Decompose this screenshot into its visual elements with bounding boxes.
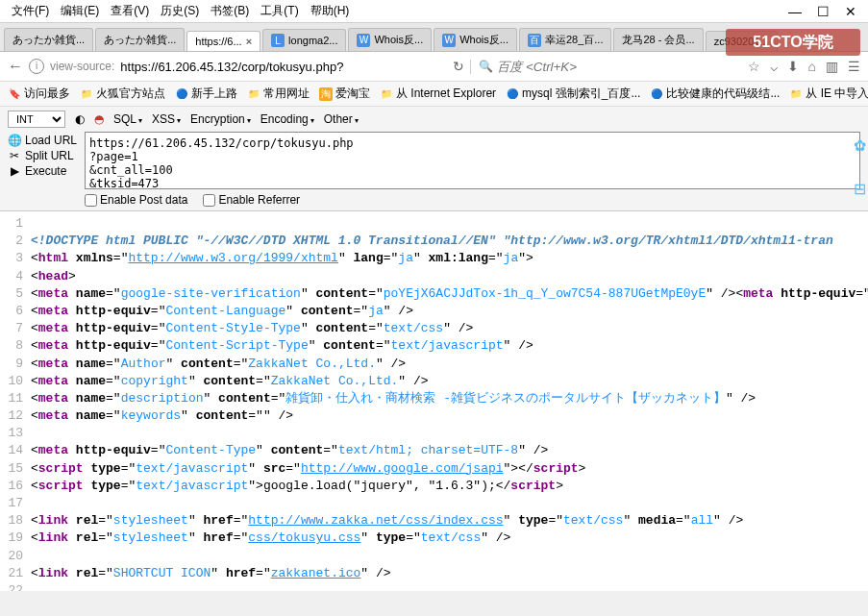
devtools-side-icons: ✿ ⊟ [854,136,866,198]
line-number: 4 [0,268,31,285]
bookmark-item[interactable]: 🔖访问最多 [8,86,70,102]
hackbar-split-url[interactable]: ✂Split URL [8,149,77,162]
source-line[interactable] [31,425,868,442]
bookmark-label: 爱淘宝 [335,86,370,102]
source-line[interactable] [31,582,868,591]
bookmark-icon: 🔵 [175,87,188,101]
tab-label: 龙马28 - 会员... [622,33,694,47]
browser-tab[interactable]: あったか雑貨... [95,28,185,51]
enable-post-checkbox[interactable]: Enable Post data [85,193,187,207]
bookmark-item[interactable]: 📁从 IE 中导入 [789,86,868,102]
source-line[interactable]: <meta http-equiv="Content-Language" cont… [31,303,868,320]
source-line[interactable]: <meta http-equiv="Content-Script-Type" c… [31,337,868,355]
source-line[interactable]: <meta name="Author" content="ZakkaNet Co… [31,356,868,373]
enable-referrer-checkbox[interactable]: Enable Referrer [203,193,300,207]
bookmark-icon: 🔖 [8,87,21,101]
tab-label: https://6... [195,36,241,47]
hackbar-load-url[interactable]: 🌐Load URL [8,134,77,147]
menu-item[interactable]: 文件(F) [12,3,49,19]
menu-item[interactable]: 书签(B) [211,3,249,19]
tab-close-icon[interactable]: × [246,36,252,47]
hackbar-menu-encoding[interactable]: Encoding [260,112,314,126]
source-line[interactable] [31,548,868,565]
devtools-gear-icon[interactable]: ✿ [854,136,866,155]
source-line[interactable]: <meta name="keywords" content="" /> [31,407,868,425]
hackbar-menu-other[interactable]: Other [324,112,359,126]
window-max-button[interactable]: ☐ [817,4,830,19]
source-line[interactable]: <html xmlns="http://www.w3.org/1999/xhtm… [31,250,868,267]
hamburger-menu-icon[interactable]: ☰ [848,59,860,74]
source-view[interactable]: 12<!DOCTYPE html PUBLIC "-//W3C//DTD XHT… [0,211,868,591]
browser-tab[interactable]: Llongma2... [262,29,346,51]
bookmark-item[interactable]: 🔵比较健康的代码级结... [650,86,780,102]
tab-label: あったか雑貨... [12,33,85,47]
url-input[interactable] [120,60,447,74]
hackbar-db-icon[interactable]: ◓ [94,112,104,126]
source-line[interactable]: <!DOCTYPE html PUBLIC "-//W3C//DTD XHTML… [31,233,868,250]
bookmark-label: mysql 强制索引_百度... [522,86,640,102]
hackbar-toggle-icon[interactable]: ◐ [75,112,85,126]
line-number: 20 [0,548,31,565]
bookmark-item[interactable]: 🔵新手上路 [175,86,237,102]
line-number: 18 [0,512,31,530]
bookmark-item[interactable]: 淘爱淘宝 [319,86,370,102]
line-number: 17 [0,495,31,512]
hackbar-url-textarea[interactable] [85,132,860,189]
tab-label: longma2... [288,35,337,46]
browser-tab[interactable]: 龙马28 - 会员... [613,28,703,51]
browser-tab[interactable]: 百幸运28_百... [519,28,612,51]
browser-tab[interactable]: WWhois反... [434,28,517,51]
sidebar-icon[interactable]: ▥ [826,59,838,74]
tab-label: あったか雑貨... [104,33,176,47]
browser-tab[interactable]: https://6...× [186,31,260,51]
source-line[interactable]: <script type="text/javascript" src="http… [31,460,868,478]
source-line[interactable] [31,495,868,512]
line-number: 9 [0,356,31,373]
devtools-toggle-icon[interactable]: ⊟ [854,180,866,198]
bookmark-label: 火狐官方站点 [96,86,165,102]
menu-item[interactable]: 工具(T) [260,3,298,19]
window-close-button[interactable]: ✕ [845,4,856,19]
search-input[interactable] [497,60,741,74]
bookmark-star-icon[interactable]: ☆ [748,59,760,74]
source-line[interactable] [31,215,868,233]
bookmark-item[interactable]: 📁常用网址 [247,86,310,102]
back-button[interactable]: ← [8,58,23,75]
source-line[interactable]: <meta name="google-site-verification" co… [31,285,868,303]
browser-tab[interactable]: あったか雑貨... [4,28,93,51]
site-info-icon[interactable]: i [29,59,44,74]
window-controls: — ☐ ✕ [788,4,864,19]
hackbar-mode-select[interactable]: INT [8,111,65,128]
source-line[interactable]: <meta name="description" content="雑貨卸・仕入… [31,390,868,407]
line-number: 5 [0,285,31,303]
menu-item[interactable]: 历史(S) [161,3,199,19]
line-number: 22 [0,582,31,591]
home-icon[interactable]: ⌂ [808,59,816,74]
source-line[interactable]: <link rel="SHORTCUT ICON" href="zakkanet… [31,565,868,582]
menu-item[interactable]: 编辑(E) [61,3,99,19]
tab-label: zc930201... [714,36,769,47]
source-line[interactable]: <meta http-equiv="Content-Style-Type" co… [31,320,868,337]
menu-item[interactable]: 查看(V) [111,3,149,19]
hackbar-menu-xss[interactable]: XSS [152,112,181,126]
hackbar-menu-sql[interactable]: SQL [113,112,142,126]
window-min-button[interactable]: — [788,4,802,19]
hackbar-menu-encryption[interactable]: Encryption [190,112,251,126]
source-line[interactable]: <link rel="stylesheet" href="css/tokusyu… [31,530,868,547]
source-line[interactable]: <meta name="copyright" content="ZakkaNet… [31,373,868,390]
menu-item[interactable]: 帮助(H) [310,3,350,19]
source-line[interactable]: <script type="text/javascript">google.lo… [31,478,868,495]
browser-tab[interactable]: WWhois反... [348,28,432,51]
hackbar-execute[interactable]: ▶Execute [8,164,77,178]
bookmark-item[interactable]: 📁从 Internet Explorer [380,86,496,102]
bookmark-item[interactable]: 📁火狐官方站点 [80,86,165,102]
browser-tab[interactable]: zc930201... [706,31,778,51]
pocket-icon[interactable]: ⌵ [770,59,778,74]
source-line[interactable]: <head> [31,268,868,285]
bookmark-item[interactable]: 🔵mysql 强制索引_百度... [506,86,640,102]
reload-button[interactable]: ↻ [453,59,464,74]
source-line[interactable]: <meta http-equiv="Content-Type" content=… [31,442,868,459]
line-number: 21 [0,565,31,582]
downloads-icon[interactable]: ⬇ [787,59,799,74]
source-line[interactable]: <link rel="stylesheet" href="http://www.… [31,512,868,530]
